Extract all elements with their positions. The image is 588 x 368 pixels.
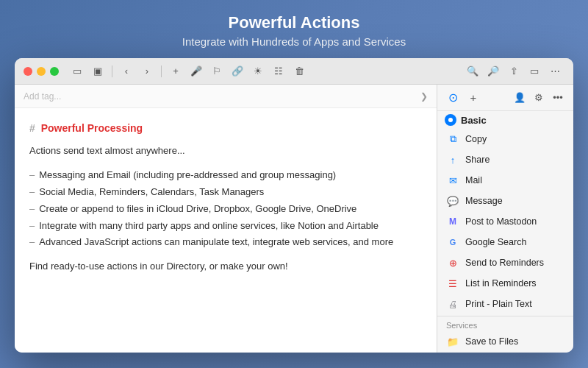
action-label: Google Search xyxy=(465,237,526,247)
zoom-icon[interactable]: 🔎 xyxy=(484,63,503,79)
back-icon[interactable]: ‹ xyxy=(117,63,136,79)
services-section-label: Services xyxy=(437,318,573,331)
basic-dot xyxy=(445,114,456,126)
action-save-files[interactable]: 📁 Save to Files xyxy=(437,331,573,352)
table-icon[interactable]: ☷ xyxy=(269,63,288,79)
list-item-text: Advanced JavaScript actions can manipula… xyxy=(39,235,393,250)
action-message[interactable]: 💬 Message xyxy=(437,191,573,211)
services-divider xyxy=(437,316,573,316)
traffic-light-maximize[interactable] xyxy=(50,67,59,76)
sidebar-toolbar: ⊙ + 👤 ⚙ ••• xyxy=(437,85,573,111)
app-window: ▭ ▣ ‹ › + 🎤 ⚐ 🔗 ☀ ☷ 🗑 🔍 🔎 ⇧ ▭ ⋯ Ad xyxy=(15,58,573,353)
title-bar: ▭ ▣ ‹ › + 🎤 ⚐ 🔗 ☀ ☷ 🗑 🔍 🔎 ⇧ ▭ ⋯ xyxy=(15,58,573,85)
list-item-text: Social Media, Reminders, Calendars, Task… xyxy=(39,185,264,200)
editor-content[interactable]: # Powerful Processing Actions send text … xyxy=(15,108,437,353)
search-icon[interactable]: 🔍 xyxy=(463,63,482,79)
header-subtitle: Integrate with Hundreds of Apps and Serv… xyxy=(182,35,406,48)
list-item-text: Integrate with many third party apps and… xyxy=(39,219,379,234)
google-icon: G xyxy=(446,236,459,249)
trash-icon[interactable]: 🗑 xyxy=(290,63,309,79)
list-item: – Integrate with many third party apps a… xyxy=(29,219,422,234)
add-icon[interactable]: + xyxy=(166,63,185,79)
tag-placeholder: Add tag... xyxy=(24,91,61,102)
action-mastodon[interactable]: M Post to Mastodon xyxy=(437,211,573,232)
flag-icon[interactable]: ⚐ xyxy=(207,63,226,79)
header-section: Powerful Actions Integrate with Hundreds… xyxy=(168,0,420,58)
action-print[interactable]: 🖨 Print - Plain Text xyxy=(437,294,573,314)
list-item: – Create or append to files in iCloud Dr… xyxy=(29,202,422,217)
list-item: – Messaging and Email (including pre-add… xyxy=(29,168,422,183)
action-share[interactable]: ↑ Share xyxy=(437,149,573,170)
editor-heading: # Powerful Processing xyxy=(29,120,422,136)
action-mail[interactable]: ✉ Mail xyxy=(437,170,573,191)
sidebar-add-icon[interactable]: + xyxy=(465,90,481,106)
layout-icon[interactable]: ▣ xyxy=(88,63,107,79)
sidebar-toggle-icon[interactable]: ▭ xyxy=(68,63,87,79)
action-send-reminders[interactable]: ⊕ Send to Reminders xyxy=(437,252,573,273)
list-dash: – xyxy=(29,168,35,183)
action-list-reminders[interactable]: ☰ List in Reminders xyxy=(437,273,573,294)
list-dash: – xyxy=(29,185,35,200)
basic-dot-inner xyxy=(448,118,453,122)
tag-bar[interactable]: Add tag... ❯ xyxy=(15,85,437,108)
sidebar-more-icon[interactable]: ••• xyxy=(550,90,566,106)
header-title: Powerful Actions xyxy=(182,13,406,32)
list-item-text: Messaging and Email (including pre-addre… xyxy=(39,168,336,183)
files-icon: 📁 xyxy=(446,335,459,348)
list-dash: – xyxy=(29,235,35,250)
traffic-lights xyxy=(24,67,59,76)
share-action-icon: ↑ xyxy=(446,153,459,166)
panel-icon[interactable]: ▭ xyxy=(525,63,544,79)
basic-label: Basic xyxy=(461,115,487,126)
list-item: – Advanced JavaScript actions can manipu… xyxy=(29,235,422,250)
traffic-light-minimize[interactable] xyxy=(37,67,46,76)
list-reminders-icon: ☰ xyxy=(446,277,459,290)
toolbar-separator-1 xyxy=(112,66,112,77)
action-label: Print - Plain Text xyxy=(465,299,532,309)
sidebar-settings-icon[interactable]: ⚙ xyxy=(531,90,547,106)
editor-paragraph-2: Find ready-to-use actions in our Directo… xyxy=(29,259,422,275)
action-label: Send to Reminders xyxy=(465,258,544,268)
reminders-icon: ⊕ xyxy=(446,256,459,269)
action-label: Copy xyxy=(465,134,487,144)
sidebar-circle-icon[interactable]: ⊙ xyxy=(445,90,461,106)
link-icon[interactable]: 🔗 xyxy=(228,63,247,79)
action-list: ⧉ Copy ↑ Share ✉ Mail 💬 Message xyxy=(437,129,573,353)
toolbar-right: 🔍 🔎 ⇧ ▭ ⋯ xyxy=(463,63,564,79)
traffic-light-close[interactable] xyxy=(24,67,32,76)
action-label: Share xyxy=(465,155,490,165)
sidebar: ⊙ + 👤 ⚙ ••• Basic ⧉ Copy xyxy=(437,85,573,353)
heading-text: Powerful Processing xyxy=(41,122,143,134)
action-save-files-as[interactable]: 📁 Save to Files as... xyxy=(437,352,573,353)
print-icon: 🖨 xyxy=(446,297,459,311)
sidebar-toolbar-right: 👤 ⚙ ••• xyxy=(512,90,566,106)
share-icon[interactable]: ⇧ xyxy=(504,63,523,79)
toolbar-icons: ▭ ▣ ‹ › + 🎤 ⚐ 🔗 ☀ ☷ 🗑 xyxy=(68,63,463,79)
message-icon: 💬 xyxy=(446,194,459,208)
sidebar-person-icon[interactable]: 👤 xyxy=(512,90,528,106)
list-dash: – xyxy=(29,202,35,217)
mastodon-icon: M xyxy=(446,215,459,228)
action-copy[interactable]: ⧉ Copy xyxy=(437,129,573,149)
action-label: List in Reminders xyxy=(465,278,537,289)
basic-header: Basic xyxy=(437,111,573,129)
action-label: Message xyxy=(465,196,503,206)
microphone-icon[interactable]: 🎤 xyxy=(187,63,206,79)
mail-icon: ✉ xyxy=(446,174,459,187)
action-google-search[interactable]: G Google Search xyxy=(437,232,573,252)
heading-hash: # xyxy=(29,122,35,134)
photo-icon[interactable]: ☀ xyxy=(248,63,268,79)
tag-chevron: ❯ xyxy=(420,91,428,102)
editor-pane: Add tag... ❯ # Powerful Processing Actio… xyxy=(15,85,437,353)
editor-list: – Messaging and Email (including pre-add… xyxy=(29,168,422,250)
action-label: Post to Mastodon xyxy=(465,216,537,227)
forward-icon[interactable]: › xyxy=(137,63,157,79)
copy-icon: ⧉ xyxy=(446,132,459,146)
main-content: Add tag... ❯ # Powerful Processing Actio… xyxy=(15,85,573,353)
action-label: Mail xyxy=(465,175,482,185)
editor-paragraph-1: Actions send text almost anywhere... xyxy=(29,144,422,159)
list-dash: – xyxy=(29,219,35,234)
action-label: Save to Files xyxy=(465,336,518,347)
toolbar-separator-2 xyxy=(161,66,162,77)
more-icon[interactable]: ⋯ xyxy=(545,63,564,79)
